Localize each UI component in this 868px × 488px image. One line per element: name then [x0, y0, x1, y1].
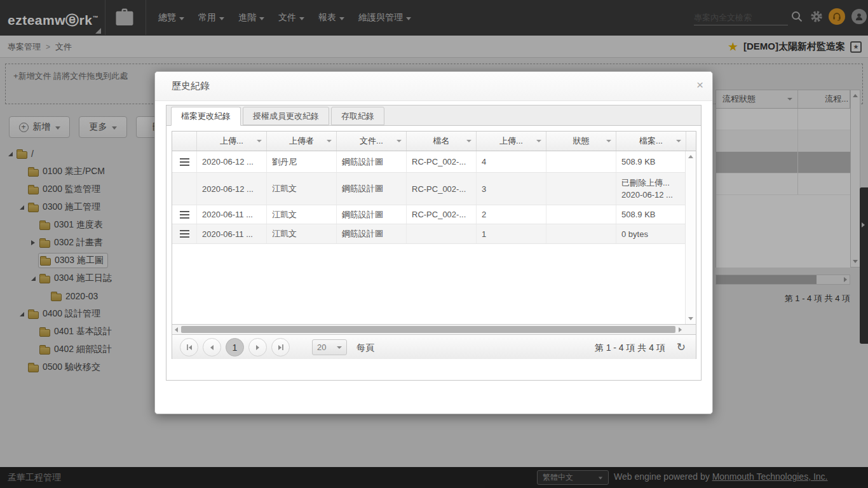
scroll-up-icon[interactable]	[688, 155, 693, 158]
table-row[interactable]: 2020-06-12 ... 劉丹尼 鋼筋設計圖 RC-PC_002-... 4…	[172, 151, 696, 173]
column-document[interactable]: 文件...	[336, 132, 406, 151]
column-upload-version[interactable]: 上傳...	[476, 132, 546, 151]
refresh-icon[interactable]: ↻	[677, 341, 686, 354]
tab-file-change-log[interactable]: 檔案更改紀錄	[171, 107, 241, 126]
column-menu	[172, 132, 196, 151]
history-grid-horizontal-scrollbar[interactable]	[172, 324, 696, 334]
chevron-down-icon[interactable]	[466, 140, 471, 142]
column-filename[interactable]: 檔名	[406, 132, 476, 151]
history-grid-vertical-scrollbar[interactable]	[685, 151, 696, 324]
scroll-left-icon[interactable]	[175, 327, 178, 332]
chevron-down-icon[interactable]	[536, 140, 541, 142]
history-grid-body: 2020-06-12 ... 劉丹尼 鋼筋設計圖 RC-PC_002-... 4…	[172, 151, 696, 324]
pager-total: 第 1 - 4 項 共 4 項	[595, 342, 665, 354]
history-panel: 檔案更改紀錄 授權成員更改紀錄 存取紀錄 上傳... 上傳者 文件... 檔名 …	[166, 105, 702, 381]
tab-member-change-log[interactable]: 授權成員更改紀錄	[243, 107, 329, 125]
pager-page-1[interactable]: 1	[226, 338, 244, 356]
column-upload-time[interactable]: 上傳...	[196, 132, 266, 151]
column-status[interactable]: 狀態	[546, 132, 616, 151]
pager-last-button[interactable]	[271, 338, 290, 356]
table-row[interactable]: 2020-06-11 ... 江凱文 鋼筋設計圖 1 0 bytes	[172, 224, 696, 244]
chevron-down-icon[interactable]	[606, 140, 611, 142]
pager-first-button[interactable]	[180, 338, 198, 356]
dialog-titlebar[interactable]: 歷史紀錄 ×	[155, 72, 712, 101]
chevron-down-icon[interactable]	[257, 140, 262, 142]
row-menu-icon[interactable]	[180, 230, 189, 238]
row-menu-icon[interactable]	[180, 158, 189, 166]
row-menu-icon[interactable]	[180, 211, 189, 219]
dialog-title: 歷史紀錄	[172, 80, 210, 92]
column-filesize[interactable]: 檔案...	[616, 132, 686, 151]
scroll-right-icon[interactable]	[679, 327, 682, 332]
scrollbar-thumb[interactable]	[181, 326, 675, 333]
tab-access-log[interactable]: 存取紀錄	[331, 107, 384, 125]
pager-next-button[interactable]	[248, 338, 267, 356]
history-tabs: 檔案更改紀錄 授權成員更改紀錄 存取紀錄	[166, 105, 701, 126]
per-page-label: 每頁	[356, 342, 374, 354]
page-size-dropdown[interactable]: 20	[312, 339, 347, 355]
chevron-down-icon	[337, 346, 342, 349]
chevron-down-icon[interactable]	[676, 140, 681, 142]
column-uploader[interactable]: 上傳者	[266, 132, 336, 151]
history-dialog: 歷史紀錄 × 檔案更改紀錄 授權成員更改紀錄 存取紀錄 上傳... 上傳者 文件…	[154, 71, 713, 414]
close-icon[interactable]: ×	[696, 79, 703, 91]
table-row[interactable]: 2020-06-11 ... 江凱文 鋼筋設計圖 RC-PC_002-... 2…	[172, 205, 696, 224]
history-grid-pager: 1 20 每頁 第 1 - 4 項 共 4 項 ↻	[172, 334, 696, 359]
column-scroll-spacer	[686, 132, 696, 151]
pager-prev-button[interactable]	[203, 338, 221, 356]
scroll-down-icon[interactable]	[688, 317, 693, 320]
history-grid-header: 上傳... 上傳者 文件... 檔名 上傳... 狀態 檔案...	[172, 132, 696, 151]
history-grid: 上傳... 上傳者 文件... 檔名 上傳... 狀態 檔案... 2020-0…	[172, 131, 696, 359]
chevron-down-icon[interactable]	[327, 140, 332, 142]
chevron-down-icon[interactable]	[397, 140, 402, 142]
table-row[interactable]: 2020-06-12 ... 江凱文 鋼筋設計圖 RC-PC_002-... 3…	[172, 173, 696, 205]
